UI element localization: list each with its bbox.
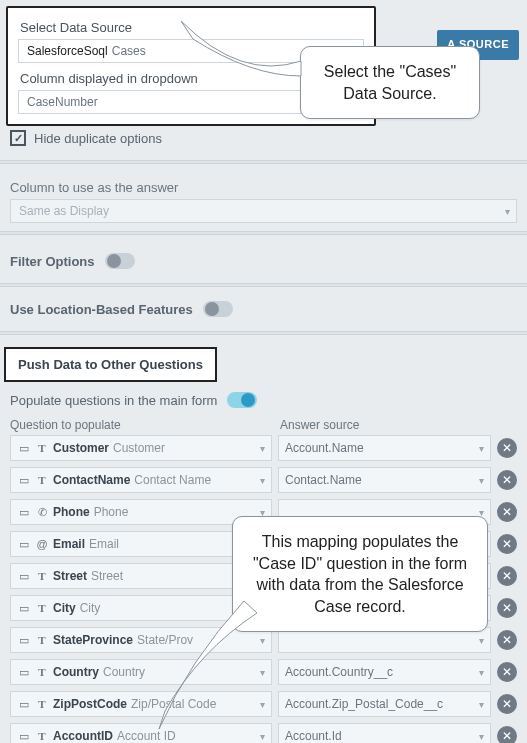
chevron-down-icon: ▾ — [260, 443, 265, 454]
answer-column-header: Answer source — [280, 418, 517, 432]
chevron-down-icon: ▾ — [260, 731, 265, 742]
remove-row-button[interactable]: ✕ — [497, 566, 517, 586]
chevron-down-icon: ▾ — [479, 731, 484, 742]
question-name: Street — [53, 569, 87, 583]
question-sub: Country — [103, 665, 145, 679]
remove-row-button[interactable]: ✕ — [497, 534, 517, 554]
question-name: StateProvince — [53, 633, 133, 647]
answer-value: Account.Zip_Postal_Code__c — [285, 697, 443, 711]
answer-select[interactable]: Account.Country__c▾ — [278, 659, 491, 685]
phone-icon: ✆ — [35, 506, 49, 519]
text-icon: T — [35, 442, 49, 454]
field-icon: ▭ — [17, 506, 31, 519]
question-name: Phone — [53, 505, 90, 519]
mapping-row: ▭TContactName Contact Name▾Contact.Name▾… — [4, 464, 523, 496]
chevron-down-icon: ▾ — [479, 667, 484, 678]
field-icon: ▭ — [17, 570, 31, 583]
remove-row-button[interactable]: ✕ — [497, 598, 517, 618]
answer-value: Account.Country__c — [285, 665, 393, 679]
question-name: AccountID — [53, 729, 113, 743]
question-sub: Customer — [113, 441, 165, 455]
question-name: ContactName — [53, 473, 130, 487]
question-name: Email — [53, 537, 85, 551]
question-name: Customer — [53, 441, 109, 455]
question-sub: Phone — [94, 505, 129, 519]
filter-options-toggle[interactable] — [105, 253, 135, 269]
answer-select[interactable]: Account.Name▾ — [278, 435, 491, 461]
callout-select-cases: Select the "Cases" Data Source. — [300, 46, 480, 119]
push-data-tab[interactable]: Push Data to Other Questions — [4, 347, 217, 382]
field-icon: ▭ — [17, 602, 31, 615]
question-sub: Account ID — [117, 729, 176, 743]
field-icon: ▭ — [17, 442, 31, 455]
callout-mapping-case-id: This mapping populates the "Case ID" que… — [232, 516, 488, 632]
answer-value: Account.Name — [285, 441, 364, 455]
remove-row-button[interactable]: ✕ — [497, 438, 517, 458]
remove-row-button[interactable]: ✕ — [497, 502, 517, 522]
question-select[interactable]: ▭TContactName Contact Name▾ — [10, 467, 272, 493]
chevron-down-icon: ▾ — [479, 475, 484, 486]
answer-value: Account.Id — [285, 729, 342, 743]
location-features-toggle[interactable] — [203, 301, 233, 317]
text-icon: T — [35, 602, 49, 614]
data-source-prefix: SalesforceSoql — [27, 44, 108, 58]
remove-row-button[interactable]: ✕ — [497, 662, 517, 682]
field-icon: ▭ — [17, 538, 31, 551]
question-name: ZipPostCode — [53, 697, 127, 711]
field-icon: ▭ — [17, 698, 31, 711]
answer-select[interactable]: Account.Id▾ — [278, 723, 491, 743]
text-icon: T — [35, 570, 49, 582]
answer-select[interactable]: Contact.Name▾ — [278, 467, 491, 493]
answer-value: Contact.Name — [285, 473, 362, 487]
question-name: City — [53, 601, 76, 615]
hide-duplicates-checkbox[interactable]: ✓ — [10, 130, 26, 146]
populate-main-form-toggle[interactable] — [227, 392, 257, 408]
question-sub: City — [80, 601, 101, 615]
hide-duplicates-label: Hide duplicate options — [34, 131, 162, 146]
email-icon: @ — [35, 538, 49, 550]
text-icon: T — [35, 730, 49, 742]
question-select[interactable]: ▭TCustomer Customer▾ — [10, 435, 272, 461]
remove-row-button[interactable]: ✕ — [497, 470, 517, 490]
answer-column-select[interactable]: Same as Display ▾ — [10, 199, 517, 223]
remove-row-button[interactable]: ✕ — [497, 726, 517, 743]
chevron-down-icon: ▾ — [260, 475, 265, 486]
field-icon: ▭ — [17, 634, 31, 647]
populate-main-form-label: Populate questions in the main form — [10, 393, 217, 408]
data-source-value: Cases — [112, 44, 146, 58]
text-icon: T — [35, 474, 49, 486]
question-name: Country — [53, 665, 99, 679]
field-icon: ▭ — [17, 474, 31, 487]
remove-row-button[interactable]: ✕ — [497, 630, 517, 650]
field-icon: ▭ — [17, 730, 31, 743]
answer-select[interactable]: Account.Zip_Postal_Code__c▾ — [278, 691, 491, 717]
chevron-down-icon: ▾ — [505, 206, 510, 217]
text-icon: T — [35, 634, 49, 646]
text-icon: T — [35, 698, 49, 710]
filter-options-label: Filter Options — [10, 254, 95, 269]
column-displayed-value: CaseNumber — [27, 95, 98, 109]
question-sub: Street — [91, 569, 123, 583]
mapping-row: ▭TCustomer Customer▾Account.Name▾✕ — [4, 432, 523, 464]
chevron-down-icon: ▾ — [479, 699, 484, 710]
question-column-header: Question to populate — [10, 418, 272, 432]
question-sub: Contact Name — [134, 473, 211, 487]
text-icon: T — [35, 666, 49, 678]
question-sub: Email — [89, 537, 119, 551]
field-icon: ▭ — [17, 666, 31, 679]
location-features-label: Use Location-Based Features — [10, 302, 193, 317]
chevron-down-icon: ▾ — [479, 635, 484, 646]
answer-column-label: Column to use as the answer — [0, 172, 527, 199]
answer-column-value: Same as Display — [19, 204, 109, 218]
chevron-down-icon: ▾ — [479, 443, 484, 454]
remove-row-button[interactable]: ✕ — [497, 694, 517, 714]
